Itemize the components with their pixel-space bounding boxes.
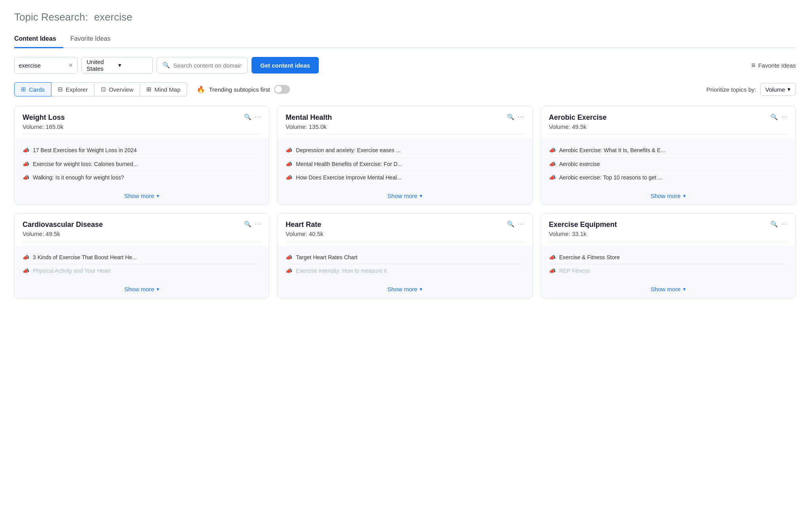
card-item: 📣Aerobic exercise: Top 10 reasons to get… (549, 171, 787, 185)
megaphone-icon: 📣 (549, 161, 556, 167)
card-item-text: 17 Best Exercises for Weight Loss in 202… (33, 147, 137, 155)
card-item-text: Aerobic exercise: Top 10 reasons to get … (559, 174, 662, 182)
show-more-button-exercise-equipment[interactable]: Show more ▾ (651, 286, 686, 292)
card-item: 📣Target Heart Rates Chart (286, 251, 524, 265)
search-icon[interactable]: 🔍 (770, 113, 778, 121)
card-volume-weight-loss: Volume: 165.0k (23, 123, 261, 130)
flame-icon: 🔥 (197, 85, 205, 94)
card-icons: 🔍··· (770, 113, 787, 121)
card-icons: 🔍··· (244, 113, 261, 121)
card-volume-exercise-equipment: Volume: 33.1k (549, 230, 787, 237)
view-tab-overview[interactable]: ⊡ Overview (95, 82, 140, 96)
card-divider (23, 134, 261, 134)
show-more-button-cardiovascular-disease[interactable]: Show more ▾ (124, 286, 159, 292)
page-title: Topic Research: exercise (14, 11, 796, 23)
favorite-ideas-label: Favorite Ideas (758, 62, 796, 69)
card-item: 📣REP Fitness (549, 264, 787, 278)
show-more-label: Show more (388, 192, 418, 199)
megaphone-icon: 📣 (286, 254, 292, 260)
show-more-button-aerobic-exercise[interactable]: Show more ▾ (651, 192, 686, 199)
controls-row: ✕ United States ▾ 🔍 Get content ideas ≡ … (14, 57, 796, 74)
chevron-down-icon: ▾ (420, 286, 422, 292)
view-tab-explorer[interactable]: ⊟ Explorer (51, 82, 95, 96)
more-options-icon[interactable]: ··· (518, 221, 524, 228)
trending-toggle[interactable] (274, 85, 290, 94)
favorite-ideas-link[interactable]: ≡ Favorite Ideas (751, 61, 796, 70)
card-icons: 🔍··· (244, 221, 261, 228)
card-title-row: Cardiovascular Disease🔍··· (23, 221, 261, 229)
card-item-text: Aerobic exercise (559, 160, 600, 168)
card-header-heart-rate: Heart Rate🔍···Volume: 40.5k (278, 213, 532, 245)
page-title-keyword: exercise (94, 11, 132, 23)
megaphone-icon: 📣 (286, 174, 292, 181)
view-tab-mindmap[interactable]: ⊞ Mind Map (140, 82, 187, 96)
more-options-icon[interactable]: ··· (518, 113, 524, 121)
show-more-row: Show more ▾ (15, 188, 269, 205)
megaphone-icon: 📣 (286, 147, 292, 153)
get-content-ideas-button[interactable]: Get content ideas (252, 57, 319, 74)
clear-icon[interactable]: ✕ (68, 62, 73, 68)
chevron-down-icon: ▾ (157, 193, 159, 199)
search-icon[interactable]: 🔍 (507, 221, 515, 228)
card-item-text: Depression and anxiety: Exercise eases .… (296, 147, 401, 155)
search-icon[interactable]: 🔍 (244, 221, 252, 228)
card-title-mental-health: Mental Health (286, 113, 332, 122)
trending-label: Trending subtopics first (209, 86, 270, 93)
more-options-icon[interactable]: ··· (781, 221, 787, 228)
card-item-text: Walking: Is it enough for weight loss? (33, 174, 124, 182)
keyword-search-input[interactable] (19, 62, 67, 69)
more-options-icon[interactable]: ··· (255, 221, 261, 228)
explorer-icon: ⊟ (58, 86, 63, 93)
view-tab-mindmap-label: Mind Map (154, 86, 180, 93)
chevron-down-icon: ▾ (118, 62, 148, 69)
card-item: 📣3 Kinds of Exercise That Boost Heart He… (23, 251, 261, 265)
show-more-button-weight-loss[interactable]: Show more ▾ (124, 192, 159, 199)
megaphone-icon: 📣 (286, 161, 292, 167)
card-item: 📣Depression and anxiety: Exercise eases … (286, 144, 524, 158)
megaphone-icon: 📣 (549, 254, 556, 260)
search-icon[interactable]: 🔍 (244, 113, 252, 121)
more-options-icon[interactable]: ··· (255, 113, 261, 121)
tab-favorite-ideas[interactable]: Favorite Ideas (70, 31, 117, 48)
megaphone-icon: 📣 (23, 147, 29, 153)
chevron-down-icon: ▾ (683, 286, 686, 292)
card-icons: 🔍··· (507, 113, 524, 121)
card-item-text: Aerobic Exercise: What It Is, Benefits &… (559, 147, 665, 155)
card-divider (286, 241, 524, 241)
card-divider (23, 241, 261, 241)
view-tab-explorer-label: Explorer (66, 86, 88, 93)
card-item-text: 3 Kinds of Exercise That Boost Heart He.… (33, 254, 137, 262)
card-icons: 🔍··· (770, 221, 787, 228)
megaphone-icon: 📣 (23, 174, 29, 181)
show-more-button-mental-health[interactable]: Show more ▾ (388, 192, 423, 199)
card-divider (286, 134, 524, 134)
show-more-button-heart-rate[interactable]: Show more ▾ (388, 286, 423, 292)
show-more-label: Show more (124, 192, 154, 199)
card-body-weight-loss: 📣17 Best Exercises for Weight Loss in 20… (15, 138, 269, 188)
search-icon[interactable]: 🔍 (770, 221, 778, 228)
cards-grid: Weight Loss🔍···Volume: 165.0k📣17 Best Ex… (14, 106, 796, 298)
card-divider (549, 241, 787, 241)
card-item: 📣Exercise & Fitness Store (549, 251, 787, 265)
view-tab-cards[interactable]: ⊞ Cards (14, 82, 51, 96)
show-more-row: Show more ▾ (15, 281, 269, 298)
card-item-text: Target Heart Rates Chart (296, 254, 358, 262)
card-item: 📣17 Best Exercises for Weight Loss in 20… (23, 144, 261, 158)
volume-select[interactable]: Volume ▾ (760, 83, 796, 96)
view-tab-cards-label: Cards (29, 86, 45, 93)
more-options-icon[interactable]: ··· (781, 113, 787, 121)
prioritize-section: Prioritize topics by: Volume ▾ (706, 83, 796, 96)
volume-select-value: Volume (765, 86, 785, 93)
country-select[interactable]: United States ▾ (81, 57, 153, 74)
card-item-text: Physical Activity and Your Heart (33, 267, 111, 275)
card-body-aerobic-exercise: 📣Aerobic Exercise: What It Is, Benefits … (541, 138, 795, 188)
search-icon[interactable]: 🔍 (507, 113, 515, 121)
tab-content-ideas[interactable]: Content Ideas (14, 31, 63, 48)
megaphone-icon: 📣 (549, 268, 556, 274)
view-tab-overview-label: Overview (109, 86, 134, 93)
card-mental-health: Mental Health🔍···Volume: 135.0k📣Depressi… (277, 106, 532, 205)
show-more-label: Show more (651, 286, 681, 292)
domain-search-input[interactable] (173, 62, 242, 69)
card-item: 📣Mental Health Benefits of Exercise: For… (286, 158, 524, 172)
card-item: 📣Exercise intensity: How to measure it (286, 264, 524, 278)
